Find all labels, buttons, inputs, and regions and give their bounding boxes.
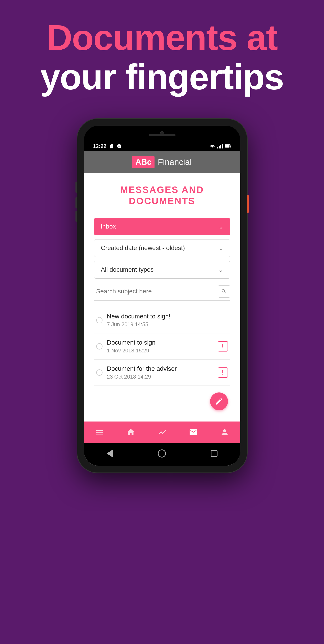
- doc-date-1: 7 Jun 2019 14:55: [107, 321, 228, 328]
- signal-icon: [217, 144, 223, 148]
- table-row[interactable]: New document to sign! 7 Jun 2019 14:55: [94, 307, 230, 334]
- search-input[interactable]: [94, 288, 218, 295]
- doc-info-3: Document for the adviser 23 Oct 2018 14:…: [107, 365, 213, 380]
- bottom-nav: [84, 422, 240, 443]
- doc-date-3: 23 Oct 2018 14:29: [107, 374, 213, 380]
- status-bar: 12:22: [84, 141, 240, 151]
- search-button[interactable]: [218, 285, 230, 298]
- inbox-dropdown[interactable]: Inbox ⌄: [94, 218, 230, 235]
- recents-icon: [211, 450, 217, 457]
- do-not-disturb-icon: [117, 144, 122, 149]
- doc-alert-3: !: [218, 368, 228, 378]
- home-button[interactable]: [156, 448, 167, 459]
- back-button[interactable]: [104, 448, 115, 459]
- hero-line1: Documents at: [9, 18, 315, 57]
- wifi-icon: [209, 144, 215, 149]
- filter-dropdown[interactable]: All document types ⌄: [94, 261, 230, 278]
- sort-chevron-icon: ⌄: [218, 244, 223, 252]
- chart-icon: [158, 428, 166, 437]
- app-content: ABc Financial MESSAGES AND DOCUMENTS Inb…: [84, 151, 240, 466]
- phone-speaker: [149, 134, 175, 136]
- profile-icon: [220, 428, 229, 437]
- messages-icon: [189, 428, 198, 437]
- nav-item-messages[interactable]: [184, 426, 202, 439]
- sort-dropdown[interactable]: Created date (newest - oldest) ⌄: [94, 239, 230, 257]
- sim-card-icon: [109, 144, 114, 149]
- battery-icon: [225, 144, 231, 148]
- sort-label: Created date (newest - oldest): [101, 244, 185, 252]
- logo-abc: ABc: [132, 156, 155, 168]
- svg-rect-2: [230, 146, 231, 147]
- search-container: [94, 283, 230, 300]
- status-right: [209, 144, 231, 149]
- nav-item-menu[interactable]: [91, 426, 109, 439]
- home-circle-icon: [158, 450, 166, 458]
- hero-section: Documents at your fingertips: [0, 0, 324, 106]
- doc-title-3: Document for the adviser: [107, 365, 213, 372]
- app-main: MESSAGES AND DOCUMENTS Inbox ⌄ Created d…: [84, 173, 240, 422]
- phone-top-bar: [84, 126, 240, 141]
- inbox-label: Inbox: [101, 223, 116, 230]
- home-icon: [126, 428, 135, 437]
- fab-container: [94, 386, 230, 415]
- table-row[interactable]: Document to sign 1 Nov 2018 15:29 !: [94, 334, 230, 360]
- filter-label: All document types: [101, 266, 154, 273]
- doc-radio-1[interactable]: [96, 317, 103, 323]
- filter-chevron-icon: ⌄: [218, 266, 223, 274]
- doc-info-1: New document to sign! 7 Jun 2019 14:55: [107, 313, 228, 328]
- back-icon: [107, 450, 113, 458]
- search-icon: [221, 288, 227, 294]
- status-time: 12:22: [93, 143, 107, 149]
- menu-icon: [95, 428, 104, 437]
- app-header: ABc Financial: [84, 151, 240, 173]
- doc-radio-3[interactable]: [96, 370, 103, 376]
- phone-shell: 12:22: [77, 119, 247, 472]
- section-title: MESSAGES AND DOCUMENTS: [94, 184, 230, 207]
- inbox-chevron-icon: ⌄: [218, 223, 223, 230]
- compose-fab-button[interactable]: [210, 392, 228, 410]
- status-left: 12:22: [93, 143, 122, 149]
- doc-date-2: 1 Nov 2018 15:29: [107, 348, 213, 354]
- doc-info-2: Document to sign 1 Nov 2018 15:29: [107, 339, 213, 354]
- doc-title-1: New document to sign!: [107, 313, 228, 320]
- svg-rect-1: [225, 145, 229, 147]
- logo-container: ABc Financial: [132, 156, 192, 168]
- phone-wrapper: 12:22: [77, 106, 247, 495]
- logo-financial: Financial: [158, 158, 192, 167]
- document-list: New document to sign! 7 Jun 2019 14:55 D…: [94, 307, 230, 386]
- hero-line2: your fingertips: [9, 57, 315, 96]
- edit-icon: [215, 397, 223, 406]
- android-nav: [84, 443, 240, 466]
- doc-radio-2[interactable]: [96, 343, 103, 350]
- doc-title-2: Document to sign: [107, 339, 213, 346]
- nav-item-home[interactable]: [122, 426, 140, 439]
- nav-item-chart[interactable]: [153, 426, 171, 439]
- nav-item-profile[interactable]: [216, 426, 234, 439]
- table-row[interactable]: Document for the adviser 23 Oct 2018 14:…: [94, 360, 230, 386]
- recents-button[interactable]: [209, 448, 220, 459]
- phone-inner: 12:22: [84, 126, 240, 466]
- doc-alert-2: !: [218, 341, 228, 352]
